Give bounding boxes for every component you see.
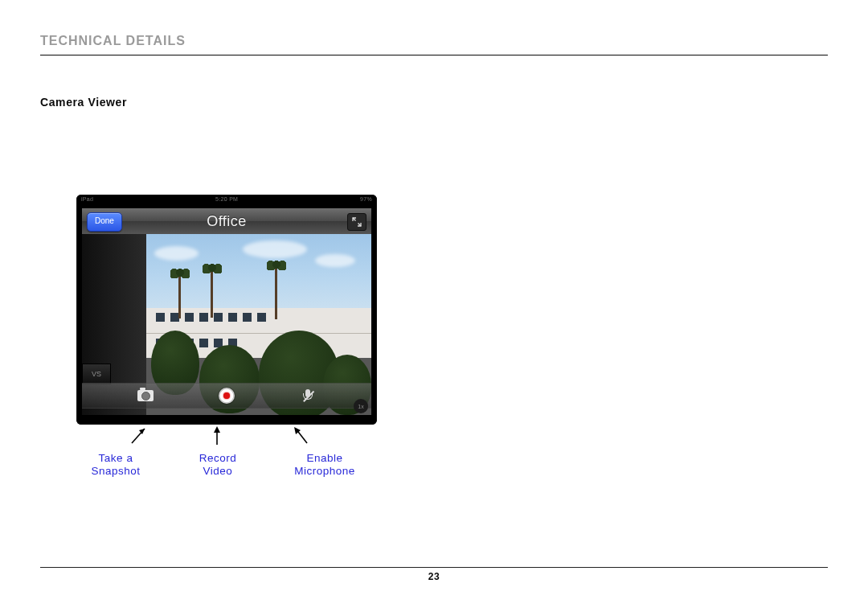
zoom-indicator[interactable]: 1x [354, 399, 368, 413]
annotation-line: Video [203, 465, 233, 477]
annotation-record: Record Video [186, 452, 250, 478]
record-icon [219, 388, 235, 404]
status-device: iPad [81, 196, 93, 202]
annotation-line: Enable [306, 452, 342, 464]
snapshot-button[interactable] [137, 388, 154, 403]
arrow-snapshot [127, 424, 149, 446]
annotation-line: Microphone [294, 465, 355, 477]
manual-page: TECHNICAL DETAILS Camera Viewer iPad 5:2… [0, 0, 868, 608]
record-button[interactable] [218, 388, 235, 403]
camera-title: Office [207, 213, 247, 230]
svg-marker-3 [214, 426, 220, 433]
microphone-button[interactable] [299, 388, 317, 403]
page-number: 23 [0, 571, 868, 582]
status-bar: iPad 5:20 PM 97% [76, 195, 377, 202]
annotation-line: Record [199, 452, 237, 464]
subsection-heading: Camera Viewer [40, 96, 828, 109]
status-time: 5:20 PM [215, 196, 238, 202]
camera-viewer-area: Done Office VS [82, 208, 371, 415]
microphone-muted-icon [303, 389, 313, 403]
camera-thumbnail[interactable]: VS [82, 364, 111, 384]
horizontal-rule-top [40, 55, 828, 55]
done-button[interactable]: Done [87, 212, 122, 232]
viewer-toolbar [82, 383, 371, 409]
arrow-microphone [289, 424, 312, 446]
horizontal-rule-bottom [40, 567, 828, 568]
arrow-record [206, 424, 228, 446]
fullscreen-button[interactable] [347, 213, 366, 231]
annotation-line: Snapshot [91, 465, 140, 477]
viewer-title-bar: Done Office [82, 208, 371, 234]
status-battery: 97% [360, 196, 372, 202]
expand-icon [352, 217, 362, 227]
annotation-snapshot: Take a Snapshot [84, 452, 148, 478]
annotation-line: Take a [99, 452, 133, 464]
annotation-microphone: Enable Microphone [285, 452, 365, 478]
tablet-screenshot: iPad 5:20 PM 97% [76, 195, 377, 425]
section-header: TECHNICAL DETAILS [40, 34, 828, 48]
camera-icon [137, 390, 154, 401]
